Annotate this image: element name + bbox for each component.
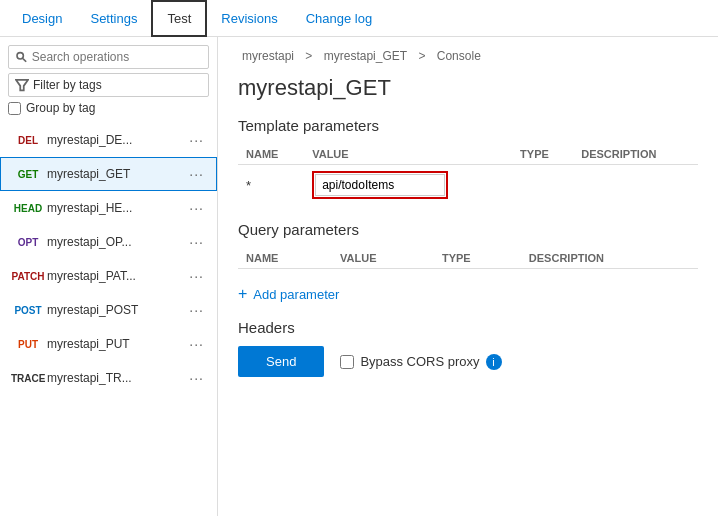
api-name: myrestapi_POST (47, 303, 185, 317)
tab-revisions[interactable]: Revisions (207, 0, 291, 37)
svg-point-0 (17, 53, 23, 59)
dots-menu[interactable]: ··· (185, 268, 208, 284)
method-badge-opt: OPT (9, 236, 47, 249)
filter-icon (15, 78, 29, 92)
info-icon[interactable]: i (486, 354, 502, 370)
tab-settings[interactable]: Settings (76, 0, 151, 37)
bypass-cors-label: Bypass CORS proxy (360, 354, 479, 369)
group-by-tag: Group by tag (8, 101, 209, 115)
group-by-tag-checkbox[interactable] (8, 102, 21, 115)
param-value-input[interactable] (315, 174, 445, 196)
breadcrumb-sep1: > (305, 49, 312, 63)
tab-changelog[interactable]: Change log (292, 0, 387, 37)
page-title: myrestapi_GET (238, 75, 698, 101)
method-badge-put: PUT (9, 338, 47, 351)
breadcrumb-sep2: > (418, 49, 425, 63)
breadcrumb: myrestapi > myrestapi_GET > Console (238, 49, 698, 63)
svg-marker-2 (16, 80, 28, 91)
method-badge-del: DEL (9, 134, 47, 147)
col-description: DESCRIPTION (521, 248, 698, 269)
list-item[interactable]: TRACE myrestapi_TR... ··· (0, 361, 217, 395)
param-type-cell (512, 165, 573, 206)
breadcrumb-part3: Console (437, 49, 481, 63)
dots-menu[interactable]: ··· (185, 234, 208, 250)
group-label: Group by tag (26, 101, 95, 115)
api-name: myrestapi_TR... (47, 371, 185, 385)
filter-label: Filter by tags (33, 78, 102, 92)
param-desc-cell (573, 165, 698, 206)
api-name: myrestapi_GET (47, 167, 185, 181)
list-item[interactable]: PUT myrestapi_PUT ··· (0, 327, 217, 361)
api-name: myrestapi_PAT... (47, 269, 185, 283)
search-container (8, 45, 209, 69)
value-highlight-border (312, 171, 448, 199)
breadcrumb-part2[interactable]: myrestapi_GET (324, 49, 407, 63)
col-type: TYPE (434, 248, 521, 269)
method-badge-trace: TRACE (9, 372, 47, 385)
list-item[interactable]: OPT myrestapi_OP... ··· (0, 225, 217, 259)
dots-menu[interactable]: ··· (185, 370, 208, 386)
plus-icon: + (238, 285, 247, 303)
method-badge-post: POST (9, 304, 47, 317)
top-nav: Design Settings Test Revisions Change lo… (0, 0, 718, 37)
svg-line-1 (23, 59, 26, 62)
api-list: DEL myrestapi_DE... ··· GET myrestapi_GE… (0, 123, 217, 395)
dots-menu[interactable]: ··· (185, 302, 208, 318)
method-badge-patch: PATCH (9, 270, 47, 283)
list-item[interactable]: POST myrestapi_POST ··· (0, 293, 217, 327)
list-item[interactable]: PATCH myrestapi_PAT... ··· (0, 259, 217, 293)
col-name: NAME (238, 144, 304, 165)
add-param-row[interactable]: + Add parameter (238, 285, 698, 303)
template-params-table: NAME VALUE TYPE DESCRIPTION * (238, 144, 698, 205)
bypass-cors-checkbox[interactable] (340, 355, 354, 369)
send-row: Send Bypass CORS proxy i (238, 346, 698, 377)
col-description: DESCRIPTION (573, 144, 698, 165)
search-icon (15, 50, 28, 64)
list-item[interactable]: HEAD myrestapi_HE... ··· (0, 191, 217, 225)
table-row: * (238, 165, 698, 206)
dots-menu[interactable]: ··· (185, 336, 208, 352)
param-value-cell (304, 165, 512, 206)
list-item[interactable]: DEL myrestapi_DE... ··· (0, 123, 217, 157)
add-param-label: Add parameter (253, 287, 339, 302)
dots-menu[interactable]: ··· (185, 166, 208, 182)
method-badge-get: GET (9, 168, 47, 181)
list-item[interactable]: GET myrestapi_GET ··· (0, 157, 217, 191)
col-value: VALUE (304, 144, 512, 165)
bypass-cors-container: Bypass CORS proxy i (340, 354, 501, 370)
tab-test[interactable]: Test (151, 0, 207, 37)
col-value: VALUE (332, 248, 434, 269)
api-name: myrestapi_DE... (47, 133, 185, 147)
api-name: myrestapi_HE... (47, 201, 185, 215)
method-badge-head: HEAD (9, 202, 47, 215)
tab-design[interactable]: Design (8, 0, 76, 37)
breadcrumb-part1[interactable]: myrestapi (242, 49, 294, 63)
query-params-title: Query parameters (238, 221, 698, 238)
query-params-table: NAME VALUE TYPE DESCRIPTION (238, 248, 698, 269)
filter-container: Filter by tags (8, 73, 209, 97)
api-name: myrestapi_OP... (47, 235, 185, 249)
dots-menu[interactable]: ··· (185, 200, 208, 216)
search-input[interactable] (32, 50, 202, 64)
dots-menu[interactable]: ··· (185, 132, 208, 148)
col-name: NAME (238, 248, 332, 269)
headers-title: Headers (238, 319, 698, 336)
main-content: myrestapi > myrestapi_GET > Console myre… (218, 37, 718, 516)
template-params-title: Template parameters (238, 117, 698, 134)
layout: Filter by tags Group by tag DEL myrestap… (0, 37, 718, 516)
sidebar: Filter by tags Group by tag DEL myrestap… (0, 37, 218, 516)
param-name-cell: * (238, 165, 304, 206)
api-name: myrestapi_PUT (47, 337, 185, 351)
send-button[interactable]: Send (238, 346, 324, 377)
col-type: TYPE (512, 144, 573, 165)
